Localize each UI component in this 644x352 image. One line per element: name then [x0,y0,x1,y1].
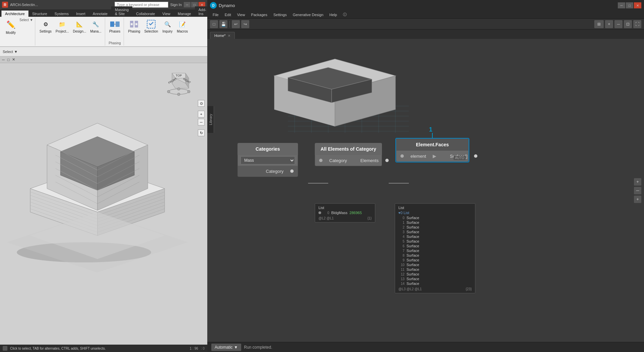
dynamo-titlebar: D Dynamo ─ □ ✕ [207,0,644,11]
selection-icon [146,19,157,30]
face-item-11: 11Surface [398,267,472,272]
tab-view[interactable]: View [159,10,174,17]
selection-tool-button[interactable]: Selection [143,18,159,34]
phases-button[interactable]: Phases [108,18,122,34]
face-item-3: 3Surface [398,230,472,234]
dynamo-toolbar: □ 💾 ↩ ↪ ⊞ + ─ ⊡ ⛶ [207,19,644,30]
new-file-button[interactable]: □ [210,20,218,28]
select-option-label: Select ▼ [3,50,18,54]
dynamo-window-controls: ─ □ ✕ [618,2,641,8]
project-icon: 📁 [57,19,68,30]
elements-preview-panel: List 0 BldgMass 286965 @L2 @L1 {1} [315,203,375,222]
list-bullet [318,211,321,214]
tab-structure[interactable]: Structure [29,10,51,17]
fullscreen-button[interactable]: ⛶ [633,20,641,28]
project-button[interactable]: 📁 Project... [54,18,70,34]
face-item-2: 2Surface [398,225,472,230]
macros-button[interactable]: 📝 Macros [176,18,189,34]
menu-help[interactable]: Help [327,12,340,18]
menu-packages[interactable]: Packages [248,12,270,18]
tab-systems[interactable]: Systems [51,10,72,17]
categories-node[interactable]: Categories Mass Category [238,143,298,177]
settings-button[interactable]: ⚙ Settings [38,18,53,34]
all-elements-node[interactable]: All Elements of Category Category Elemen… [315,143,382,166]
fit-view-button[interactable]: ⊞ [594,20,604,28]
tab-insert[interactable]: Insert [73,10,89,17]
side-fit-button[interactable]: + [634,196,641,203]
ribbon-content: ✏️ Modify Select ▼ ⚙ Settings 📁 Project.… [0,17,207,47]
menu-edit[interactable]: Edit [222,12,234,18]
side-zoom-out-button[interactable]: ─ [634,187,641,194]
element-in-port-dot[interactable] [400,154,404,158]
tab-home[interactable]: Home* ✕ [210,32,235,39]
menu-file[interactable]: File [210,12,221,18]
dynamo-close-button[interactable]: ✕ [634,2,641,8]
elements-out-port-dot[interactable] [385,159,389,162]
ribbon-group-phasing: Phases Phasing [106,17,124,46]
restore-icon[interactable]: □ [7,58,10,62]
close-viewport-icon[interactable]: ✕ [12,57,15,62]
element-port-arrow[interactable]: ▶ [433,153,436,159]
tab-architecture[interactable]: Architecture [1,10,29,17]
face-item-8: 8Surface [398,253,472,258]
dynamo-side-controls: + ─ + [634,178,641,203]
dynamo-3d-preview [221,49,409,133]
revit-minimize-button[interactable]: ─ [184,2,190,7]
faces-sub-header: ▾0 List [398,210,472,215]
phasing-tool-button[interactable]: Phasing [127,18,141,34]
revit-title: ARCH-Selectin... [10,3,113,7]
elements-item-index: 0 [323,211,329,215]
category-in-port-dot[interactable] [319,159,323,162]
ribbon-group-selection: Phasing Selection 🔍 Inquiry [125,17,191,46]
revit-scale-display: 1 : 96 [190,347,198,350]
tab-annotate[interactable]: Annotate [89,10,111,17]
library-sidebar-tab[interactable]: Library [207,106,214,133]
manage-icon: 🔧 [90,19,101,30]
phasing-tool-icon [129,19,139,30]
design-button[interactable]: 📐 Design... [72,18,87,34]
node-number-label: 1 [429,126,432,133]
faces-meta-left: @L3 @L2 @L1 [398,287,422,291]
select-dropdown[interactable]: Select ▼ [19,18,33,22]
run-status-text: Run completed. [244,345,272,350]
phases-label: Phases [109,30,120,34]
elements-list-title: List [318,206,372,210]
category-out-port-dot[interactable] [290,169,294,173]
menu-view[interactable]: View [234,12,248,18]
surface-out-port-dot[interactable] [474,154,477,158]
manage-button[interactable]: 🔧 Mana... [89,18,103,34]
menu-info[interactable]: ⓘ [340,11,349,18]
run-mode-button[interactable]: Automatic ▼ [211,344,241,351]
tab-manage[interactable]: Manage [174,10,195,17]
building-3d-svg [3,71,198,272]
revit-app-icon: R [2,2,8,8]
categories-output-row: Category [238,166,298,177]
face-item-9: 9Surface [398,258,472,262]
dynamo-canvas[interactable]: Library [207,39,644,342]
dynamo-maximize-button[interactable]: □ [626,2,633,8]
zoom-out-button[interactable]: ─ [614,20,622,28]
zoom-in-button[interactable]: + [605,20,613,28]
save-button[interactable]: 💾 [219,20,227,28]
view-mode-button[interactable]: ⊡ [624,20,632,28]
tab-massing[interactable]: Massing & Site [111,6,132,17]
dynamo-preview-svg [221,49,412,136]
element-faces-node[interactable]: Element.Faces element ▶ Surface[] AUTO [395,138,469,162]
tab-collaborate[interactable]: Collaborate [132,10,159,17]
undo-button[interactable]: ↩ [232,20,240,28]
mass-category-dropdown[interactable]: Mass [241,156,295,164]
element-in-port-label: element [411,154,426,159]
dynamo-minimize-button[interactable]: ─ [618,2,625,8]
menu-settings[interactable]: Settings [271,12,290,18]
side-zoom-in-button[interactable]: + [634,178,641,186]
inquiry-button[interactable]: 🔍 Inquiry [161,18,174,34]
revit-sign-in[interactable]: Sign In [170,3,182,7]
selection-svg [146,19,157,30]
minimize-icon[interactable]: ─ [2,58,5,62]
element-faces-node-header: Element.Faces [396,139,469,151]
modify-button[interactable]: ✏️ Modify [3,18,18,36]
tab-close-button[interactable]: ✕ [228,34,230,38]
redo-button[interactable]: ↪ [241,20,249,28]
library-label: Library [209,114,213,125]
menu-generative-design[interactable]: Generative Design [290,12,326,18]
